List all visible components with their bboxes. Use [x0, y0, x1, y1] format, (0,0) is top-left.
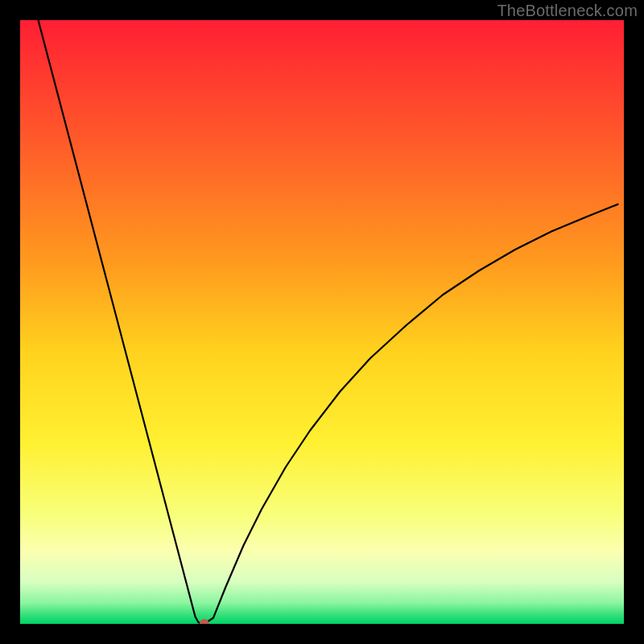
curve-layer — [20, 20, 624, 624]
optimal-point-marker — [200, 619, 209, 624]
plot-area — [20, 20, 624, 624]
watermark-text: TheBottleneck.com — [497, 2, 638, 20]
chart-frame: TheBottleneck.com — [0, 0, 644, 644]
bottleneck-curve — [39, 20, 618, 624]
